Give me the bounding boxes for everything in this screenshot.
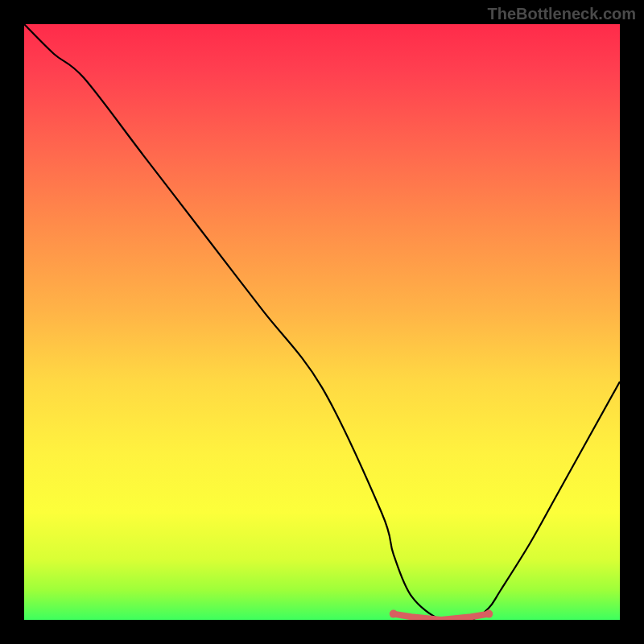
optimal-marker [394,614,489,620]
bottleneck-curve [24,24,620,620]
marker-dot-left [390,610,398,618]
plot-area [24,24,620,620]
marker-dot-right [485,610,493,618]
chart-container: TheBottleneck.com [0,0,644,644]
curve-svg [24,24,620,620]
watermark-text: TheBottleneck.com [488,5,636,23]
